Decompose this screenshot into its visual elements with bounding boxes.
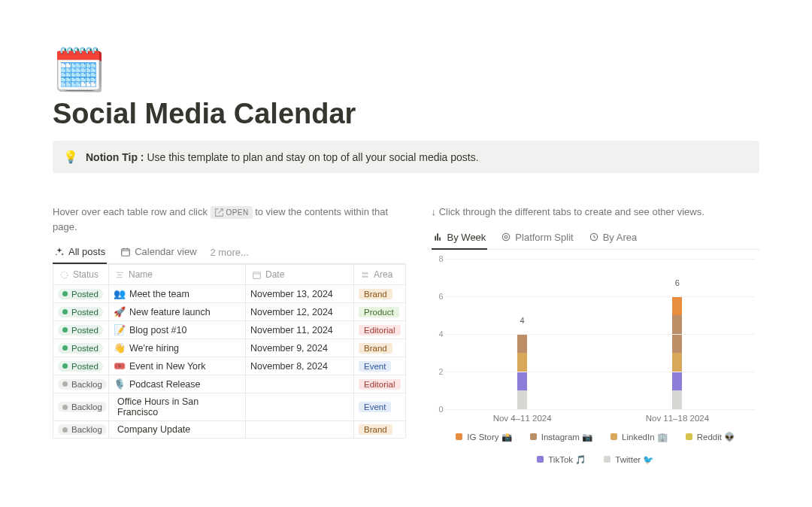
bar-total-label: 4 (520, 316, 525, 325)
right-hint: ↓ Click through the different tabs to cr… (432, 205, 759, 220)
db-tabs: All posts Calendar view 2 more... (53, 241, 406, 264)
row-emoji: 📝 (114, 324, 126, 335)
multiselect-icon (360, 270, 370, 280)
status-badge: Posted (58, 289, 103, 299)
bar-segment (672, 296, 682, 315)
row-date: November 9, 2024 (246, 339, 354, 357)
bar-chart-icon (433, 232, 444, 242)
table-row[interactable]: Posted🎟️Event in New YorkNovember 8, 202… (53, 357, 405, 375)
calendar-icon (252, 270, 262, 280)
col-area[interactable]: Area (354, 265, 405, 284)
weekly-chart: 02468 46 Nov 4–11 2024Nov 11–18 2024 IG … (432, 259, 759, 465)
svg-point-10 (505, 235, 508, 238)
svg-rect-0 (122, 248, 130, 255)
tab-platform-split[interactable]: Platform Split (499, 227, 574, 250)
row-emoji: 👥 (114, 288, 126, 299)
y-tick: 8 (438, 254, 443, 263)
status-badge: Backlog (58, 402, 107, 412)
table-row[interactable]: BacklogCompany UpdateBrand (53, 421, 405, 438)
col-name[interactable]: Name (109, 265, 246, 284)
calendar-icon (120, 247, 131, 257)
svg-point-8 (367, 275, 368, 276)
area-tag: Brand (359, 343, 392, 354)
table-row[interactable]: Posted📝Blog post #10November 11, 2024Edi… (53, 321, 405, 339)
legend-item[interactable]: LinkedIn 🏢 (611, 432, 668, 442)
table-row[interactable]: Posted🚀New feature launchNovember 12, 20… (53, 303, 405, 321)
bar-segment (672, 353, 682, 372)
row-name: New feature launch (129, 307, 211, 317)
svg-point-6 (362, 275, 363, 276)
row-name: Company Update (117, 424, 190, 435)
clock-icon (589, 232, 599, 242)
status-badge: Posted (58, 361, 103, 372)
row-date: November 8, 2024 (246, 357, 354, 375)
row-emoji: 🚀 (114, 306, 126, 317)
y-tick: 2 (438, 367, 443, 376)
tab-by-area[interactable]: By Area (587, 227, 639, 250)
x-label: Nov 11–18 2024 (600, 414, 755, 423)
page-icon[interactable]: 🗓️ (53, 45, 759, 95)
tip-callout: 💡 Notion Tip : Use this template to plan… (53, 141, 759, 173)
posts-table: Status Name Date Area Posted👥Meet the te… (53, 264, 406, 439)
y-tick: 0 (438, 405, 443, 414)
row-date (246, 393, 354, 420)
legend-item[interactable]: TikTok 🎵 (537, 454, 586, 465)
svg-rect-2 (253, 272, 261, 278)
row-name: Blog post #10 (129, 325, 186, 335)
legend-item[interactable]: Reddit 👽 (686, 432, 735, 442)
status-badge: Posted (58, 307, 103, 317)
table-row[interactable]: Backlog🎙️Podcast ReleaseEditorial (53, 375, 405, 393)
bar-segment (672, 372, 682, 390)
row-name: Office Hours in San Francisco (117, 396, 241, 417)
row-name: Event in New York (129, 361, 205, 372)
svg-point-4 (365, 272, 365, 273)
x-label: Nov 4–11 2024 (445, 414, 600, 423)
legend-item[interactable]: Twitter 🐦 (604, 454, 653, 465)
row-date: November 13, 2024 (246, 285, 354, 302)
status-icon (59, 270, 69, 280)
bar-segment (672, 390, 682, 409)
status-badge: Backlog (58, 424, 107, 435)
y-tick: 6 (438, 292, 443, 301)
row-name: We're hiring (129, 343, 179, 354)
tab-all-posts[interactable]: All posts (53, 241, 107, 264)
row-date: November 12, 2024 (246, 303, 354, 320)
row-emoji: 🎟️ (114, 360, 126, 372)
table-row[interactable]: Posted👥Meet the teamNovember 13, 2024Bra… (53, 285, 405, 303)
tab-calendar-view[interactable]: Calendar view (119, 241, 198, 264)
left-hint: Hover over each table row and click OPEN… (53, 205, 406, 234)
area-tag: Event (359, 402, 391, 412)
col-status[interactable]: Status (53, 265, 109, 284)
row-date: November 11, 2024 (246, 321, 354, 339)
legend-item[interactable]: IG Story 📸 (456, 432, 511, 442)
bar-segment (517, 334, 527, 353)
donut-icon (501, 232, 511, 242)
row-date (246, 421, 354, 438)
page-title: Social Media Calendar (53, 98, 759, 130)
svg-point-9 (503, 233, 510, 240)
row-name: Meet the team (129, 289, 189, 299)
chart-tabs: By Week Platform Split By Area (432, 227, 759, 250)
tip-text: Use this template to plan and stay on to… (147, 151, 478, 163)
more-tabs[interactable]: 2 more... (211, 247, 249, 258)
open-pill: OPEN (211, 206, 253, 219)
svg-point-1 (61, 272, 68, 278)
col-date[interactable]: Date (246, 265, 354, 284)
bar-segment (517, 353, 527, 372)
status-badge: Backlog (58, 379, 107, 390)
table-row[interactable]: BacklogOffice Hours in San FranciscoEven… (53, 393, 405, 421)
status-badge: Posted (58, 325, 103, 335)
sparkle-icon (54, 247, 65, 257)
area-tag: Brand (359, 289, 392, 299)
row-name: Podcast Release (129, 379, 201, 390)
text-icon (115, 270, 125, 280)
lightbulb-icon: 💡 (63, 150, 78, 164)
legend-item[interactable]: Instagram 📷 (530, 432, 592, 442)
area-tag: Event (359, 361, 391, 372)
tab-by-week[interactable]: By Week (432, 227, 488, 250)
table-row[interactable]: Posted👋We're hiringNovember 9, 2024Brand (53, 339, 405, 357)
row-date (246, 375, 354, 393)
area-tag: Editorial (359, 325, 401, 335)
bar-segment (517, 372, 527, 390)
bar-segment (517, 390, 527, 409)
